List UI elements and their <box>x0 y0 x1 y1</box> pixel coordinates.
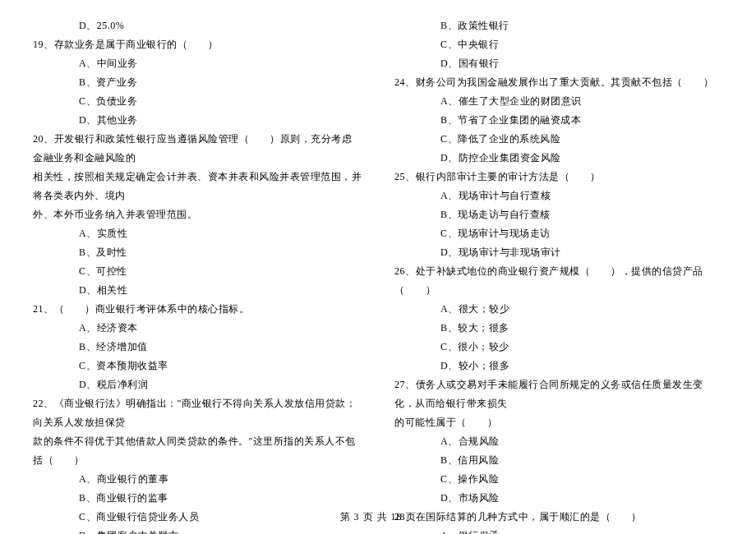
q27-option-b: B、信用风险 <box>394 451 723 470</box>
q21-stem: 21、（ ）商业银行考评体系中的核心指标。 <box>33 300 362 319</box>
q24-option-b: B、节省了企业集团的融资成本 <box>394 111 723 130</box>
q23-option-b: B、政策性银行 <box>394 16 723 35</box>
q19-stem: 19、存款业务是属于商业银行的（ ） <box>33 35 362 54</box>
q24-option-c: C、降低了企业的系统风险 <box>394 130 723 149</box>
page-content: D、25.0% 19、存款业务是属于商业银行的（ ） A、中间业务 B、资产业务… <box>0 0 756 509</box>
q26-option-a: A、很大；较少 <box>394 300 723 319</box>
q25-option-c: C、现场审计与现场走访 <box>394 224 723 243</box>
q27-stem-line1: 27、债务人或交易对手未能履行合同所规定的义务或信任质量发生变化，从而给银行带来… <box>394 375 723 413</box>
left-column: D、25.0% 19、存款业务是属于商业银行的（ ） A、中间业务 B、资产业务… <box>33 16 362 509</box>
q20-option-d: D、相关性 <box>33 281 362 300</box>
q21-option-a: A、经济资本 <box>33 319 362 338</box>
q25-option-d: D、现场审计与非现场审计 <box>394 243 723 262</box>
q20-option-b: B、及时性 <box>33 243 362 262</box>
q25-option-b: B、现场走访与自行查核 <box>394 205 723 224</box>
q27-option-a: A、合规风险 <box>394 432 723 451</box>
q21-option-d: D、税后净利润 <box>33 375 362 394</box>
q20-stem-line2: 相关性，按照相关规定确定会计并表、资本并表和风险并表管理范围，并将各类表内外、境… <box>33 168 362 205</box>
q27-stem-line2: 的可能性属于（ ） <box>394 413 723 432</box>
q26-option-d: D、较小；很多 <box>394 357 723 375</box>
q19-option-a: A、中间业务 <box>33 54 362 73</box>
q24-option-a: A、催生了大型企业的财团意识 <box>394 92 723 111</box>
q22-stem-line2: 款的条件不得优于其他借款人同类贷款的条件。"这里所指的关系人不包括（ ） <box>33 432 362 470</box>
q22-option-d: D、集团客户中关联方 <box>33 527 362 534</box>
q19-option-b: B、资产业务 <box>33 73 362 92</box>
q20-stem-line1: 20、开发银行和政策性银行应当遵循风险管理（ ）原则，充分考虑金融业务和金融风险… <box>33 130 362 168</box>
q21-option-b: B、经济增加值 <box>33 338 362 357</box>
q26-stem: 26、处于补缺式地位的商业银行资产规模（ ），提供的信贷产品（ ） <box>394 262 723 300</box>
q24-stem: 24、财务公司为我国金融发展作出了重大贡献。其贡献不包括（ ） <box>394 73 723 92</box>
q24-option-d: D、防控企业集团资金风险 <box>394 149 723 168</box>
q20-option-a: A、实质性 <box>33 224 362 243</box>
right-column: B、政策性银行 C、中央银行 D、国有银行 24、财务公司为我国金融发展作出了重… <box>394 16 723 509</box>
q25-option-a: A、现场审计与自行查核 <box>394 186 723 205</box>
q28-option-a: A、银行保函 <box>394 527 723 534</box>
q26-option-c: C、很小；较少 <box>394 338 723 357</box>
q19-option-d: D、其他业务 <box>33 111 362 130</box>
q19-option-c: C、负债业务 <box>33 92 362 111</box>
q22-option-a: A、商业银行的董事 <box>33 470 362 489</box>
q26-option-b: B、较大；很多 <box>394 319 723 338</box>
q23-option-c: C、中央银行 <box>394 35 723 54</box>
page-footer: 第 3 页 共 18 页 <box>0 510 756 524</box>
q21-option-c: C、资本预期收益率 <box>33 357 362 375</box>
q25-stem: 25、银行内部审计主要的审计方法是（ ） <box>394 168 723 186</box>
q20-stem-line3: 外、本外币业务纳入并表管理范围。 <box>33 205 362 224</box>
q23-option-d: D、国有银行 <box>394 54 723 73</box>
q20-option-c: C、可控性 <box>33 262 362 281</box>
q22-stem-line1: 22、《商业银行法》明确指出："商业银行不得向关系人发放信用贷款；向关系人发放担… <box>33 394 362 432</box>
q27-option-d: D、市场风险 <box>394 489 723 508</box>
q18-option-d: D、25.0% <box>33 16 362 35</box>
q27-option-c: C、操作风险 <box>394 470 723 489</box>
q22-option-b: B、商业银行的监事 <box>33 489 362 508</box>
